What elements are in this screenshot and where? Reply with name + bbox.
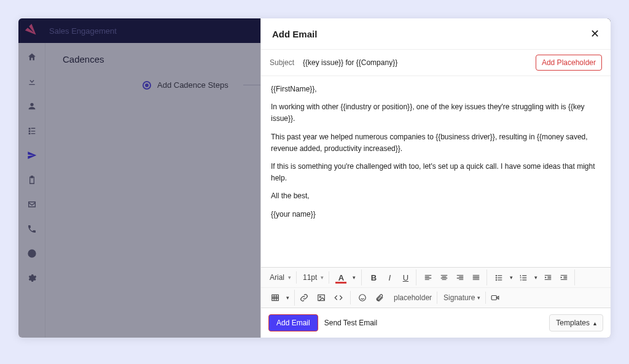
outdent-icon[interactable] bbox=[540, 269, 556, 285]
divider bbox=[350, 291, 351, 304]
image-icon[interactable] bbox=[313, 290, 329, 306]
italic-button[interactable]: I bbox=[381, 269, 397, 285]
link-icon[interactable] bbox=[296, 290, 312, 306]
table-icon[interactable] bbox=[267, 290, 283, 306]
attachment-icon[interactable] bbox=[372, 290, 388, 306]
align-right-icon[interactable] bbox=[452, 269, 468, 285]
font-size-select[interactable]: 11pt ▾ bbox=[298, 271, 329, 284]
bullet-list-icon[interactable] bbox=[491, 269, 507, 285]
toolbar-row-1: Arial ▾ 11pt ▾ A ▾ B I U bbox=[261, 268, 611, 287]
svg-point-0 bbox=[496, 275, 497, 276]
emoji-icon[interactable] bbox=[354, 290, 370, 306]
font-family-select[interactable]: Arial ▾ bbox=[265, 271, 297, 284]
email-body-editor[interactable]: {{FirstName}}, In working with other {{i… bbox=[261, 76, 611, 267]
chevron-down-icon: ▾ bbox=[288, 274, 291, 281]
placeholder-button[interactable]: placeholder bbox=[389, 292, 437, 304]
body-line: {{FirstName}}, bbox=[271, 83, 601, 95]
subject-label: Subject bbox=[270, 58, 294, 67]
font-size-value: 11pt bbox=[303, 273, 317, 282]
close-icon[interactable]: ✕ bbox=[590, 27, 600, 41]
subject-input[interactable]: {{key issue}} for {{Company}} bbox=[303, 58, 527, 67]
chevron-up-icon: ▴ bbox=[593, 320, 596, 327]
chevron-down-icon[interactable]: ▾ bbox=[349, 269, 359, 285]
bold-button[interactable]: B bbox=[365, 269, 381, 285]
align-justify-icon[interactable] bbox=[468, 269, 484, 285]
body-line: All the best, bbox=[271, 190, 601, 202]
editor-toolbar: Arial ▾ 11pt ▾ A ▾ B I U bbox=[261, 267, 611, 308]
app-shell: Sales Engagement Cadences Add Cadence St… bbox=[18, 18, 611, 338]
modal-overlay: Add Email ✕ Subject {{key issue}} for {{… bbox=[18, 18, 611, 338]
text-color-button[interactable]: A bbox=[333, 269, 349, 285]
footer-left: Add Email Send Test Email bbox=[268, 314, 377, 331]
signature-button[interactable]: Signature ▾ bbox=[439, 292, 486, 304]
font-family-value: Arial bbox=[270, 273, 284, 282]
chevron-down-icon: ▾ bbox=[477, 295, 480, 301]
svg-point-2 bbox=[496, 279, 497, 281]
add-email-panel: Add Email ✕ Subject {{key issue}} for {{… bbox=[260, 18, 611, 338]
indent-icon[interactable] bbox=[556, 269, 572, 285]
chevron-down-icon: ▾ bbox=[321, 274, 324, 281]
numbered-list-icon[interactable] bbox=[515, 269, 531, 285]
templates-button[interactable]: Templates ▴ bbox=[549, 314, 603, 331]
svg-point-5 bbox=[319, 296, 321, 298]
code-icon[interactable] bbox=[330, 290, 346, 306]
video-icon[interactable] bbox=[487, 290, 503, 306]
body-line: If this is something you're challenged w… bbox=[271, 161, 601, 184]
templates-label: Templates bbox=[556, 319, 590, 327]
align-center-icon[interactable] bbox=[436, 269, 452, 285]
chevron-down-icon[interactable]: ▾ bbox=[531, 269, 540, 285]
underline-button[interactable]: U bbox=[397, 269, 413, 285]
panel-footer: Add Email Send Test Email Templates ▴ bbox=[261, 308, 611, 338]
svg-rect-4 bbox=[318, 295, 325, 300]
panel-header: Add Email ✕ bbox=[261, 18, 611, 50]
body-line: {{your name}} bbox=[271, 209, 601, 220]
svg-rect-7 bbox=[492, 296, 497, 300]
send-test-button[interactable]: Send Test Email bbox=[324, 319, 378, 327]
panel-title: Add Email bbox=[272, 29, 317, 39]
add-email-button[interactable]: Add Email bbox=[268, 314, 318, 331]
add-placeholder-button[interactable]: Add Placeholder bbox=[536, 55, 602, 71]
chevron-down-icon[interactable]: ▾ bbox=[283, 290, 292, 306]
svg-point-6 bbox=[359, 295, 366, 301]
body-line: This past year we helped numerous compan… bbox=[271, 131, 601, 155]
signature-label: Signature bbox=[443, 293, 475, 302]
subject-row: Subject {{key issue}} for {{Company}} Ad… bbox=[261, 50, 611, 76]
chevron-down-icon[interactable]: ▾ bbox=[507, 269, 515, 285]
svg-point-1 bbox=[496, 277, 497, 278]
align-left-icon[interactable] bbox=[420, 269, 436, 285]
body-line: In working with other {{industry or posi… bbox=[271, 101, 601, 125]
toolbar-row-2: ▾ placeholder Signature ▾ bbox=[261, 287, 611, 308]
svg-rect-3 bbox=[272, 295, 279, 300]
